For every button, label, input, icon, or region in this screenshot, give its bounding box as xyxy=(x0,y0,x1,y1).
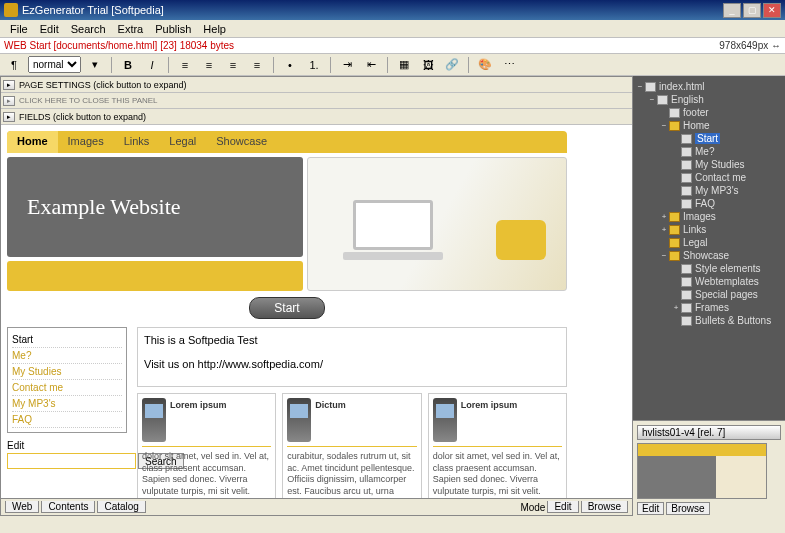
sidebar-item-mp3[interactable]: My MP3's xyxy=(12,396,122,412)
indent-icon[interactable]: ⇥ xyxy=(337,56,357,74)
tree-links[interactable]: +Links xyxy=(635,223,783,236)
site-nav: Home Images Links Legal Showcase xyxy=(7,131,567,153)
card-3: Lorem ipsum dolor sit amet, vel sed in. … xyxy=(428,393,567,498)
maximize-button[interactable]: ▢ xyxy=(743,3,761,18)
outdent-icon[interactable]: ⇤ xyxy=(361,56,381,74)
phone-icon xyxy=(433,398,457,442)
tree-home-me[interactable]: Me? xyxy=(635,145,783,158)
tree-footer[interactable]: footer xyxy=(635,106,783,119)
expand-fields-button[interactable]: ▸ xyxy=(3,112,15,122)
table-icon[interactable]: ▦ xyxy=(394,56,414,74)
template-browse-button[interactable]: Browse xyxy=(666,502,709,515)
tree-home[interactable]: −Home xyxy=(635,119,783,132)
sidebar-item-studies[interactable]: My Studies xyxy=(12,364,122,380)
expand-settings-button[interactable]: ▸ xyxy=(3,80,15,90)
mode-browse-button[interactable]: Browse xyxy=(581,501,628,513)
card-2-body: curabitur, sodales rutrum ut, sit ac. Am… xyxy=(287,451,416,498)
tree-sc-special[interactable]: Special pages xyxy=(635,288,783,301)
phone-icon xyxy=(287,398,311,442)
align-left-icon[interactable]: ≡ xyxy=(175,56,195,74)
tree-index[interactable]: −index.html xyxy=(635,80,783,93)
para-style-icon[interactable]: ¶ xyxy=(4,56,24,74)
preview-canvas[interactable]: Home Images Links Legal Showcase Example… xyxy=(1,125,632,498)
menu-publish[interactable]: Publish xyxy=(149,23,197,35)
text-line-2: Visit us on http://www.softpedia.com/ xyxy=(144,358,560,370)
tree-home-faq[interactable]: FAQ xyxy=(635,197,783,210)
tree-home-studies[interactable]: My Studies xyxy=(635,158,783,171)
tree-home-start[interactable]: Start xyxy=(635,132,783,145)
canvas-dimensions: 978x649px ↔ xyxy=(719,40,781,51)
tree-sc-bullets[interactable]: Bullets & Buttons xyxy=(635,314,783,327)
fields-row: ▸ FIELDS (click button to expand) xyxy=(1,109,632,125)
font-smaller-icon[interactable]: ▾ xyxy=(85,56,105,74)
tab-images[interactable]: Images xyxy=(58,131,114,153)
close-button[interactable]: ✕ xyxy=(763,3,781,18)
menu-edit[interactable]: Edit xyxy=(34,23,65,35)
bold-button[interactable]: B xyxy=(118,56,138,74)
tree-images[interactable]: +Images xyxy=(635,210,783,223)
start-button[interactable]: Start xyxy=(249,297,324,319)
align-justify-icon[interactable]: ≡ xyxy=(247,56,267,74)
tab-links[interactable]: Links xyxy=(114,131,160,153)
menu-search[interactable]: Search xyxy=(65,23,112,35)
list-bullet-icon[interactable]: • xyxy=(280,56,300,74)
tab-catalog[interactable]: Catalog xyxy=(97,501,145,513)
tree-sc-style[interactable]: Style elements xyxy=(635,262,783,275)
italic-button[interactable]: I xyxy=(142,56,162,74)
tree-sc-templates[interactable]: Webtemplates xyxy=(635,275,783,288)
align-center-icon[interactable]: ≡ xyxy=(199,56,219,74)
template-thumbnail[interactable] xyxy=(637,443,767,499)
menu-file[interactable]: File xyxy=(4,23,34,35)
tab-contents[interactable]: Contents xyxy=(41,501,95,513)
tab-web[interactable]: Web xyxy=(5,501,39,513)
sidebar-menu: Start Me? My Studies Contact me My MP3's… xyxy=(7,327,127,433)
image-icon[interactable]: 🖼 xyxy=(418,56,438,74)
card-1-body: dolor sit amet, vel sed in. Vel at, clas… xyxy=(142,451,271,498)
tab-legal[interactable]: Legal xyxy=(159,131,206,153)
minimize-button[interactable]: _ xyxy=(723,3,741,18)
tab-home[interactable]: Home xyxy=(7,131,58,153)
document-path: WEB Start [documents/home.html] [23] 180… xyxy=(4,40,719,51)
document-status-bar: WEB Start [documents/home.html] [23] 180… xyxy=(0,38,785,54)
tree-home-contact[interactable]: Contact me xyxy=(635,171,783,184)
project-tree: −index.html −English footer −Home Start … xyxy=(633,76,785,420)
window-title: EzGenerator Trial [Softpedia] xyxy=(22,4,723,16)
more-icon[interactable]: ⋯ xyxy=(499,56,519,74)
menubar: File Edit Search Extra Publish Help xyxy=(0,20,785,38)
tree-legal[interactable]: Legal xyxy=(635,236,783,249)
tree-lang[interactable]: −English xyxy=(635,93,783,106)
card-1: Lorem ipsum dolor sit amet, vel sed in. … xyxy=(137,393,276,498)
format-toolbar: ¶ normal ▾ B I ≡ ≡ ≡ ≡ • 1. ⇥ ⇤ ▦ 🖼 🔗 🎨 … xyxy=(0,54,785,76)
search-input[interactable] xyxy=(7,453,136,469)
project-tree-pane: −index.html −English footer −Home Start … xyxy=(633,76,785,516)
sidebar-item-contact[interactable]: Contact me xyxy=(12,380,122,396)
content-text-block[interactable]: This is a Softpedia Test Visit us on htt… xyxy=(137,327,567,387)
tree-home-mp3[interactable]: My MP3's xyxy=(635,184,783,197)
text-line-1: This is a Softpedia Test xyxy=(144,334,560,346)
phone-icon xyxy=(142,398,166,442)
tree-sc-frames[interactable]: +Frames xyxy=(635,301,783,314)
list-number-icon[interactable]: 1. xyxy=(304,56,324,74)
editor-bottom-tabs: Web Contents Catalog Mode Edit Browse xyxy=(1,498,632,515)
color-icon[interactable]: 🎨 xyxy=(475,56,495,74)
sidebar-item-me[interactable]: Me? xyxy=(12,348,122,364)
align-right-icon[interactable]: ≡ xyxy=(223,56,243,74)
card-2-title: Dictum xyxy=(315,398,346,442)
tree-showcase[interactable]: −Showcase xyxy=(635,249,783,262)
card-1-title: Lorem ipsum xyxy=(170,398,227,442)
hero-image xyxy=(307,157,567,291)
close-hint-label: CLICK HERE TO CLOSE THIS PANEL xyxy=(19,96,158,105)
edit-label: Edit xyxy=(7,440,24,451)
tab-showcase[interactable]: Showcase xyxy=(206,131,277,153)
style-select[interactable]: normal xyxy=(28,56,81,73)
mode-edit-button[interactable]: Edit xyxy=(547,501,578,513)
site-title: Example Website xyxy=(27,194,181,220)
close-panel-button[interactable]: ▸ xyxy=(3,96,15,106)
pillow-graphic xyxy=(496,220,546,260)
sidebar-item-start[interactable]: Start xyxy=(12,332,122,348)
template-edit-button[interactable]: Edit xyxy=(637,502,664,515)
sidebar-item-faq[interactable]: FAQ xyxy=(12,412,122,428)
menu-help[interactable]: Help xyxy=(197,23,232,35)
menu-extra[interactable]: Extra xyxy=(112,23,150,35)
link-icon[interactable]: 🔗 xyxy=(442,56,462,74)
